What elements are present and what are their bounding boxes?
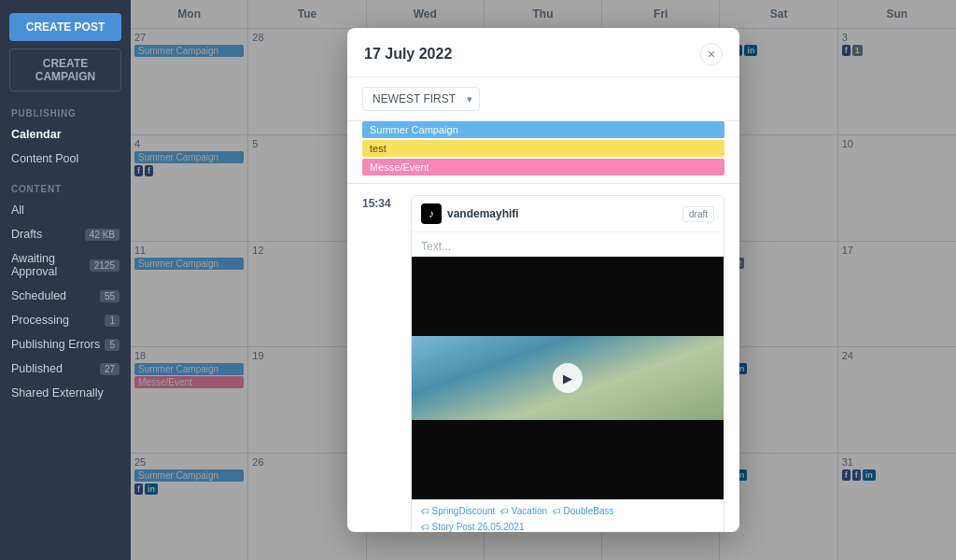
media-black-top — [412, 257, 724, 336]
post-card-header: ♪ vandemayhifi draft — [412, 196, 724, 232]
post-time: 15:34 — [362, 195, 400, 532]
sort-select-wrapper: NEWEST FIRST OLDEST FIRST — [362, 87, 480, 111]
sidebar-item-publishing-errors[interactable]: Publishing Errors 5 — [0, 332, 131, 357]
sidebar-item-published[interactable]: Published 27 — [0, 357, 131, 381]
scheduled-badge: 55 — [100, 290, 120, 302]
published-badge: 27 — [100, 363, 120, 375]
sidebar-item-all[interactable]: All — [0, 198, 131, 222]
modal-header: 17 July 2022 × — [347, 28, 739, 77]
sidebar-item-drafts[interactable]: Drafts 42 KB — [0, 222, 131, 246]
errors-badge: 5 — [105, 339, 120, 351]
post-footer-tags: SpringDiscount Vacation DoubleBass Story… — [412, 499, 724, 532]
tiktok-icon: ♪ — [421, 203, 442, 224]
create-campaign-button[interactable]: CREATE CAMPAIGN — [9, 49, 121, 91]
campaign-tag-test: test — [362, 140, 724, 157]
campaign-tag-messe: Messe/Event — [362, 159, 724, 175]
modal-backdrop[interactable]: 17 July 2022 × NEWEST FIRST OLDEST FIRST… — [131, 0, 956, 560]
post-item-1: 15:34 ♪ vandemayhifi draft Text... — [347, 184, 739, 532]
sort-select[interactable]: NEWEST FIRST OLDEST FIRST — [362, 87, 480, 111]
post-tag-1: SpringDiscount — [421, 506, 495, 516]
content-section-label: CONTENT — [0, 171, 131, 198]
sidebar-item-shared-externally[interactable]: Shared Externally — [0, 381, 131, 405]
modal-title: 17 July 2022 — [364, 46, 452, 63]
sidebar-item-processing[interactable]: Processing 1 — [0, 308, 131, 332]
modal-toolbar: NEWEST FIRST OLDEST FIRST — [347, 77, 739, 121]
modal-posts-list: 15:34 ♪ vandemayhifi draft Text... — [347, 184, 739, 532]
publishing-section-label: PUBLISHING — [0, 95, 131, 122]
post-text: Text... — [412, 232, 724, 257]
sidebar-item-awaiting-approval[interactable]: Awaiting Approval 2125 — [0, 246, 131, 284]
campaign-tag-summer: Summer Campaign — [362, 121, 724, 138]
post-tag-2: Vacation — [500, 506, 547, 516]
post-card: ♪ vandemayhifi draft Text... ▶ — [411, 195, 724, 532]
media-landscape: ▶ — [412, 336, 724, 420]
post-account-name: vandemayhifi — [447, 207, 519, 220]
sidebar-item-content-pool[interactable]: Content Pool — [0, 147, 131, 171]
modal-close-button[interactable]: × — [700, 43, 723, 65]
campaign-tags-list: Summer Campaign test Messe/Event — [347, 121, 739, 184]
post-platform: ♪ vandemayhifi — [421, 203, 519, 224]
sidebar-item-calendar[interactable]: Calendar — [0, 122, 131, 147]
media-black-bottom — [412, 420, 724, 499]
main-area: Mon Tue Wed Thu Fri Sat Sun 27 Summer Ca… — [131, 0, 956, 560]
create-post-button[interactable]: CREATE POST — [9, 13, 121, 41]
sidebar: CREATE POST CREATE CAMPAIGN PUBLISHING C… — [0, 0, 131, 560]
post-tag-3: DoubleBass — [553, 506, 613, 516]
play-button-icon[interactable]: ▶ — [553, 363, 583, 393]
post-tag-4: Story Post 26.05.2021 — [421, 522, 524, 532]
sidebar-item-scheduled[interactable]: Scheduled 55 — [0, 284, 131, 308]
day-detail-modal: 17 July 2022 × NEWEST FIRST OLDEST FIRST… — [347, 28, 739, 532]
awaiting-badge: 2125 — [90, 259, 120, 272]
processing-badge: 1 — [105, 315, 120, 327]
drafts-badge: 42 KB — [85, 229, 120, 241]
post-status-badge: draft — [682, 206, 714, 222]
post-media: ▶ — [412, 257, 724, 499]
